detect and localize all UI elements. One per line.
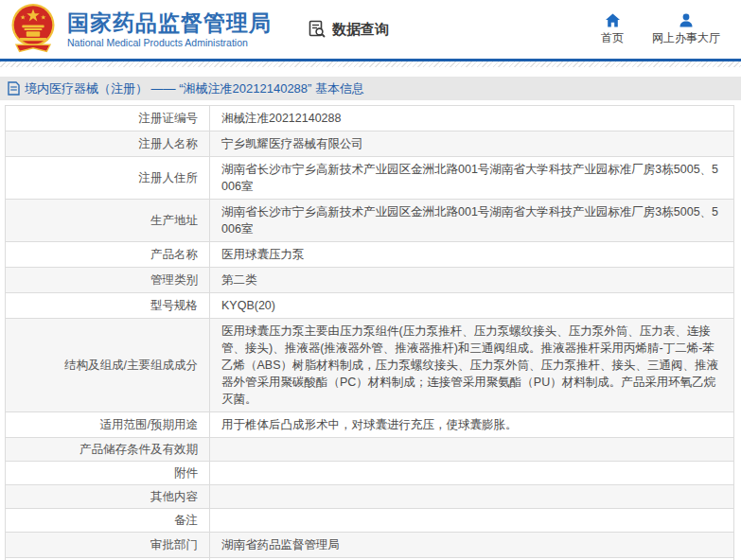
org-name-cn: 国家药品监督管理局 [67, 10, 272, 35]
row-label: 审批部门 [6, 533, 210, 557]
row-value: 医用球囊压力泵主要由压力泵组件(压力泵推杆、压力泵螺纹接头、压力泵外筒、压力表、… [210, 319, 733, 411]
row-value: 湖南省长沙市宁乡高新技术产业园区金洲北路001号湖南省大学科技产业园标准厂房3栋… [210, 200, 733, 241]
row-label: 附件 [6, 462, 210, 484]
row-label: 管理类别 [6, 268, 210, 292]
row-label: 结构及组成/主要组成成分 [6, 319, 210, 411]
row-label: 型号规格 [6, 293, 210, 318]
row-value [210, 485, 733, 508]
row-label: 产品名称 [6, 242, 210, 267]
brand: 国家药品监督管理局 National Medical Products Admi… [8, 2, 272, 57]
row-value: 用于椎体后凸成形术中，对球囊进行充压，使球囊膨胀。 [210, 412, 733, 437]
table-row: 管理类别第二类 [6, 268, 733, 293]
table-row: 结构及组成/主要组成成分医用球囊压力泵主要由压力泵组件(压力泵推杆、压力泵螺纹接… [6, 319, 733, 412]
table-row: 注册人名称宁乡凯耀医疗器械有限公司 [6, 131, 733, 157]
row-value [210, 438, 733, 461]
home-icon [605, 13, 621, 27]
row-label: 备注 [6, 509, 210, 532]
row-value: 湘械注准20212140288 [210, 106, 733, 131]
org-name-en: National Medical Products Administration [67, 37, 272, 48]
row-value: KYQB(20) [210, 293, 733, 318]
page-title: 境内医疗器械（注册） —— “湘械注准20212140288” 基本信息 [25, 80, 364, 97]
row-value: 湖南省药品监督管理局 [210, 533, 733, 557]
row-value: 湖南省长沙市宁乡高新技术产业园区金洲北路001号湖南省大学科技产业园标准厂房3栋… [210, 157, 733, 199]
row-value: 医用球囊压力泵 [210, 242, 733, 267]
row-label: 其他内容 [6, 485, 210, 508]
data-query-label: 数据查询 [332, 21, 389, 39]
table-row: 附件 [6, 462, 733, 485]
table-row: 产品名称医用球囊压力泵 [6, 242, 733, 268]
table-row: 审批部门湖南省药品监督管理局 [6, 533, 733, 558]
table-row: 其他内容 [6, 485, 733, 509]
row-label: 产品储存条件及有效期 [6, 438, 210, 461]
table-row: 生产地址湖南省长沙市宁乡高新技术产业园区金洲北路001号湖南省大学科技产业园标准… [6, 200, 733, 242]
header-nav: 首页 网上办事大厅 [601, 13, 720, 46]
nav-item-home[interactable]: 首页 [601, 13, 624, 46]
page-title-bar: 境内医疗器械（注册） —— “湘械注准20212140288” 基本信息 [0, 77, 741, 100]
row-label: 注册人住所 [6, 157, 210, 199]
table-row: 注册证编号湘械注准20212140288 [6, 106, 733, 131]
row-label: 适用范围/预期用途 [6, 412, 210, 437]
table-row: 备注 [6, 509, 733, 533]
data-query-menu[interactable]: 数据查询 [308, 20, 389, 39]
national-emblem-logo [8, 2, 59, 57]
row-label: 注册人名称 [6, 131, 210, 156]
table-row: 型号规格KYQB(20) [6, 293, 733, 319]
top-header: 国家药品监督管理局 National Medical Products Admi… [0, 0, 741, 61]
document-icon [8, 81, 20, 96]
row-value [210, 509, 733, 532]
row-value: 宁乡凯耀医疗器械有限公司 [210, 131, 733, 156]
nav-item-service-hall[interactable]: 网上办事大厅 [652, 13, 720, 46]
nav-home-label: 首页 [601, 30, 624, 46]
row-value [210, 462, 733, 484]
row-label: 生产地址 [6, 200, 210, 241]
person-icon [679, 13, 694, 27]
row-value: 第二类 [210, 268, 733, 292]
table-row: 产品储存条件及有效期 [6, 438, 733, 462]
nav-service-hall-label: 网上办事大厅 [652, 30, 720, 46]
table-row: 注册人住所湖南省长沙市宁乡高新技术产业园区金洲北路001号湖南省大学科技产业园标… [6, 157, 733, 200]
document-search-icon [308, 20, 326, 39]
row-label: 注册证编号 [6, 106, 210, 131]
table-row: 适用范围/预期用途用于椎体后凸成形术中，对球囊进行充压，使球囊膨胀。 [6, 412, 733, 438]
info-table: 注册证编号湘械注准20212140288注册人名称宁乡凯耀医疗器械有限公司注册人… [5, 105, 734, 560]
